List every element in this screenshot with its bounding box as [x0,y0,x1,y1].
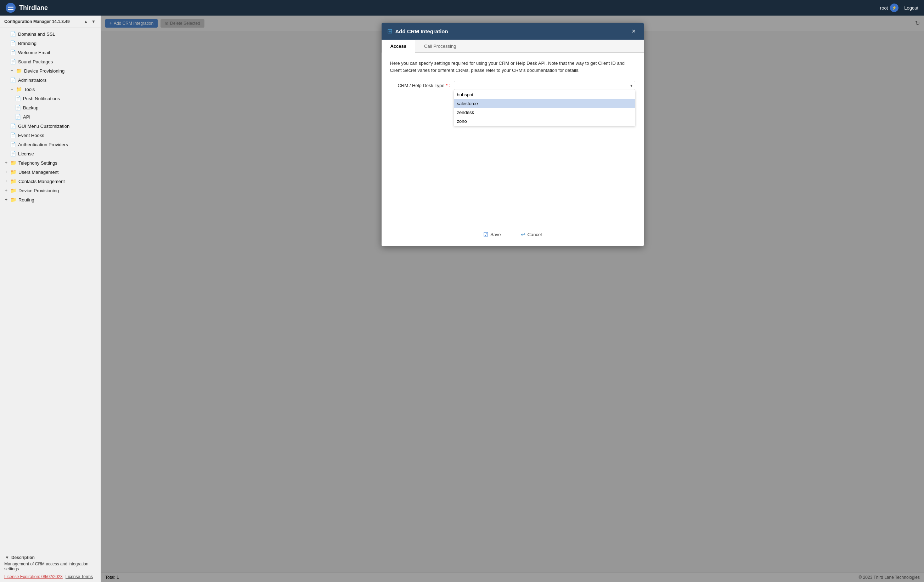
folder-icon: 📁 [10,160,16,166]
sidebar-item-label: Contacts Management [18,179,65,184]
sidebar-nav: 📄 Domains and SSL 📄 Branding 📄 Welcome E… [0,28,101,552]
description-text: Management of CRM access and integration… [4,561,96,571]
license-terms-link[interactable]: License Terms [66,574,93,579]
tab-access[interactable]: Access [381,39,416,53]
doc-icon: 📄 [15,114,21,120]
sidebar-item-domains-ssl[interactable]: 📄 Domains and SSL [0,30,101,39]
folder-icon: 📁 [10,178,16,184]
sidebar-item-label: Sound Packages [18,59,53,64]
sidebar-item-users-management[interactable]: + 📁 Users Management [0,168,101,177]
sidebar-item-backup[interactable]: 📄 Backup [0,103,101,112]
doc-icon: 📄 [10,31,16,37]
sidebar-item-welcome-email[interactable]: 📄 Welcome Email [0,48,101,57]
modal-description: Here you can specify settings required f… [390,60,635,74]
sidebar-item-label: Branding [18,41,36,46]
hamburger-button[interactable] [6,3,16,13]
sidebar-item-label: Push Notifications [23,96,60,101]
topbar-right: root ⚡ Logout [880,3,918,12]
expand-icon[interactable]: + [4,179,8,184]
folder-icon: 📁 [10,169,16,175]
dropdown-option-zendesk[interactable]: zendesk [454,108,635,117]
user-badge: root ⚡ [880,3,899,12]
sidebar-item-gui-menu[interactable]: 📄 GUI Menu Customization [0,122,101,131]
save-button[interactable]: ☑ Save [476,229,508,240]
sidebar-item-telephony-settings[interactable]: + 📁 Telephony Settings [0,158,101,168]
sidebar-item-tools[interactable]: − 📁 Tools [0,85,101,94]
sidebar-item-api[interactable]: 📄 API [0,112,101,122]
sidebar-item-label: Domains and SSL [18,31,55,37]
sidebar-item-routing[interactable]: + 📁 Routing [0,195,101,204]
crm-type-dropdown-list: hubspot salesforce zendesk zoho [454,90,635,126]
save-label: Save [490,232,501,237]
logout-button[interactable]: Logout [904,5,918,11]
dropdown-option-hubspot[interactable]: hubspot [454,90,635,99]
sidebar-item-device-provisioning-top[interactable]: + 📁 Device Provisioning [0,66,101,76]
expand-icon[interactable]: + [10,68,14,73]
sidebar-item-label: Telephony Settings [18,160,58,166]
modal-overlay: ⊞ Add CRM Integration × Access Call Proc… [101,16,924,582]
folder-icon: 📁 [16,86,22,92]
dropdown-option-zoho[interactable]: zoho [454,117,635,126]
save-icon: ☑ [483,231,488,238]
folder-icon: 📁 [16,68,22,74]
cancel-button[interactable]: ↩ Cancel [514,229,549,240]
doc-icon: 📄 [10,141,16,147]
expand-icon[interactable]: + [4,188,8,193]
doc-icon: 📄 [10,151,16,156]
svg-rect-0 [8,6,13,7]
required-indicator: * : [446,83,450,88]
sidebar-item-sound-packages[interactable]: 📄 Sound Packages [0,57,101,66]
modal-header-left: ⊞ Add CRM Integration [387,27,448,35]
sidebar-item-contacts-management[interactable]: + 📁 Contacts Management [0,177,101,186]
modal-header: ⊞ Add CRM Integration × [381,23,644,39]
sidebar-item-label: Routing [18,197,35,202]
folder-icon: 📁 [10,187,16,193]
modal-crm-icon: ⊞ [387,27,393,35]
doc-icon: 📄 [15,105,21,110]
doc-icon: 📄 [15,95,21,101]
topbar: Thirdlane root ⚡ Logout [0,0,924,16]
collapse-all-button[interactable]: ▲ [83,19,89,24]
svg-rect-2 [8,9,13,10]
crm-type-select-wrapper: hubspot salesforce zendesk zoho ▾ hubspo… [454,81,635,90]
sidebar-item-push-notifications[interactable]: 📄 Push Notifications [0,94,101,103]
sidebar-item-label: Authentication Providers [18,142,68,147]
modal-close-button[interactable]: × [630,27,638,35]
doc-icon: 📄 [10,77,16,83]
user-icon: ⚡ [890,3,899,12]
sidebar-item-label: Welcome Email [18,50,50,55]
sidebar-header: Configuration Manager 14.1.3.49 ▲ ▼ [0,16,101,28]
username-label: root [880,5,888,11]
expand-icon[interactable]: + [4,169,8,174]
dropdown-option-salesforce[interactable]: salesforce [454,99,635,108]
sidebar-bottom: ▼ Description Management of CRM access a… [0,552,101,582]
tab-call-processing[interactable]: Call Processing [415,39,465,53]
expand-icon[interactable]: − [10,87,14,92]
sidebar-item-event-hooks[interactable]: 📄 Event Hooks [0,131,101,140]
description-toggle[interactable]: ▼ [4,555,10,560]
crm-type-select[interactable]: hubspot salesforce zendesk zoho [454,81,635,90]
expand-all-button[interactable]: ▼ [91,19,96,24]
content-area: + Add CRM Integration ⊘ Delete Selected … [101,16,924,582]
sidebar-item-administrators[interactable]: 📄 Adminstrators [0,76,101,85]
crm-type-row: CRM / Help Desk Type * : hubspot salesfo… [390,81,635,90]
sidebar: Configuration Manager 14.1.3.49 ▲ ▼ 📄 Do… [0,16,101,582]
add-crm-modal: ⊞ Add CRM Integration × Access Call Proc… [381,23,644,246]
folder-icon: 📁 [10,197,16,202]
app-title: Thirdlane [19,4,48,12]
doc-icon: 📄 [10,40,16,46]
license-warning[interactable]: License Expiration: 09/02/2023 [4,574,63,579]
doc-icon: 📄 [10,132,16,138]
sidebar-item-device-provisioning-bottom[interactable]: + 📁 Device Provisioning [0,186,101,195]
modal-footer: ☑ Save ↩ Cancel [381,223,644,246]
sidebar-item-label: Device Provisioning [24,68,64,74]
doc-icon: 📄 [10,59,16,64]
doc-icon: 📄 [10,123,16,129]
sidebar-item-license[interactable]: 📄 License [0,149,101,158]
sidebar-item-auth-providers[interactable]: 📄 Authentication Providers [0,140,101,149]
expand-icon[interactable]: + [4,160,8,165]
topbar-left: Thirdlane [6,3,48,13]
sidebar-item-label: GUI Menu Customization [18,123,69,129]
sidebar-item-branding[interactable]: 📄 Branding [0,39,101,48]
expand-icon[interactable]: + [4,197,8,202]
